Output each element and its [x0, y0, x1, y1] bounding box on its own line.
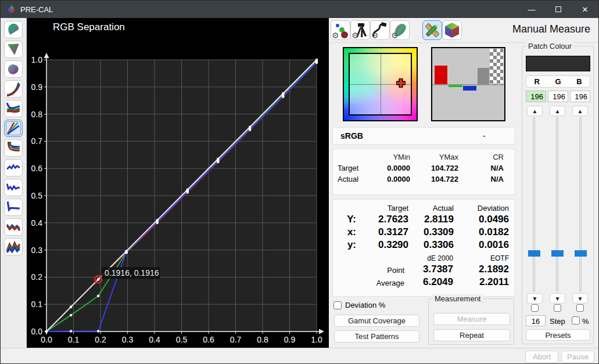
col-eotf: EOTF: [453, 254, 509, 262]
col-ymin: YMin: [370, 153, 410, 161]
meter-tripod-settings-button[interactable]: ⚙: [350, 20, 370, 40]
svg-text:0.7: 0.7: [230, 335, 242, 344]
sidebar-item-rgb-separation[interactable]: [4, 120, 23, 137]
channel-g-label: G: [547, 76, 568, 87]
g-value-field[interactable]: 196: [548, 91, 568, 102]
step-size-field[interactable]: 16: [526, 315, 546, 326]
measure-button[interactable]: Measure: [433, 313, 510, 325]
statusbar: Abort Pause: [1, 348, 598, 364]
svg-text:0.3: 0.3: [122, 335, 134, 344]
row-target-label: Target: [338, 164, 370, 172]
sidebar-item-rgb-levels[interactable]: [4, 139, 23, 157]
g-slider-handle[interactable]: [551, 250, 564, 257]
g-slider[interactable]: [556, 117, 558, 291]
percent-checkbox[interactable]: [572, 316, 580, 325]
repeat-button[interactable]: Repeat: [433, 329, 510, 341]
sidebar-item-gamut-triangle[interactable]: [4, 41, 23, 58]
sidebar-item-contrast-trend[interactable]: [4, 199, 23, 216]
sidebar-item-cie-chromaticity[interactable]: [4, 21, 23, 38]
color-cube-icon: [443, 21, 461, 39]
b-slider[interactable]: [579, 117, 582, 291]
pause-button[interactable]: Pause: [561, 351, 594, 363]
sidebar-item-de2000-trend[interactable]: [4, 159, 23, 176]
maximize-button[interactable]: [545, 1, 572, 18]
sidebar-item-luminance-trend[interactable]: [4, 179, 23, 196]
b-decrement-button[interactable]: ▼: [572, 293, 588, 304]
col-deviation: Deviation: [454, 204, 509, 212]
svg-text:0.6: 0.6: [31, 164, 43, 173]
r-slider-handle[interactable]: [528, 250, 540, 257]
row-average-label: Average: [338, 276, 404, 288]
b-increment-button[interactable]: ▲: [572, 106, 588, 116]
svg-text:0.5: 0.5: [31, 191, 43, 200]
row-point-label: Point: [338, 264, 404, 275]
color-picker[interactable]: [343, 47, 418, 121]
channel-r-label: R: [526, 76, 547, 87]
picker-cursor-icon[interactable]: [395, 77, 407, 89]
svg-text:1.0: 1.0: [311, 335, 322, 344]
ruler-pencil-icon: [423, 21, 442, 39]
measurement-group: Measurement Measure Repeat: [428, 298, 514, 345]
deviation-percent-checkbox[interactable]: [333, 301, 342, 309]
svg-text:0.0: 0.0: [31, 327, 43, 336]
presets-button[interactable]: Presets: [526, 329, 590, 341]
red-error-bar: [435, 66, 447, 84]
r-decrement-button[interactable]: ▼: [527, 293, 543, 304]
picker-crosshair-v: [381, 54, 381, 114]
sidebar-item-rgb-balance[interactable]: [4, 100, 23, 117]
abort-button[interactable]: Abort: [525, 351, 558, 363]
g-increment-button[interactable]: ▲: [550, 106, 565, 116]
gamut-coverage-button[interactable]: Gamut Coverage: [334, 315, 419, 327]
signal-cable-settings-button[interactable]: ⚙: [370, 20, 390, 40]
x-target: 0.3127: [356, 226, 408, 238]
manual-measure-mode-button[interactable]: [422, 20, 442, 40]
gear-icon: ⚙: [351, 31, 359, 40]
r-value-field[interactable]: 196: [526, 91, 546, 102]
manual-measure-panel: ⚙ ⚙ ⚙ ⚙: [329, 18, 599, 348]
gear-icon: ⚙: [371, 31, 379, 40]
row-x-label: x:: [338, 226, 356, 238]
svg-text:0.8: 0.8: [31, 110, 43, 119]
patch-colour-swatch: [526, 56, 590, 71]
row-Y-label: Y:: [338, 214, 356, 225]
rgb-error-bars: [431, 47, 505, 121]
minimize-button[interactable]: —: [518, 1, 545, 18]
col-ymax: YMax: [410, 153, 458, 161]
svg-text:0.9: 0.9: [31, 82, 43, 92]
sidebar-item-rgb-history[interactable]: [4, 238, 23, 255]
r-lock-checkbox[interactable]: [531, 304, 539, 312]
sidebar-item-gamma-curves[interactable]: [4, 80, 23, 98]
probe-settings-button[interactable]: ⚙: [331, 20, 350, 40]
col-de2000: dE 2000: [404, 254, 453, 262]
test-patterns-button[interactable]: Test Patterns: [334, 330, 419, 343]
b-value-field[interactable]: 196: [570, 91, 590, 102]
close-button[interactable]: ✕: [572, 1, 598, 18]
Y-deviation: 0.0496: [454, 214, 509, 225]
chart-canvas[interactable]: RGB Separation0.00.10.20.30.40.50.60.70.…: [27, 18, 329, 348]
b-slider-handle[interactable]: [575, 250, 587, 257]
y-actual: 0.3306: [408, 239, 454, 251]
color-cube-button[interactable]: [442, 20, 462, 40]
Y-actual: 2.8119: [408, 214, 454, 225]
sidebar-item-rgb-trend[interactable]: [4, 218, 23, 236]
r-slider[interactable]: [533, 117, 535, 291]
target-ymax: 104.722: [410, 164, 458, 172]
gamut-settings-button[interactable]: ⚙: [390, 20, 410, 40]
measurement-values-table: Target Actual Deviation Y: 2.7623 2.8119…: [332, 199, 515, 297]
deviation-percent-label: Deviation %: [345, 301, 385, 309]
sidebar-item-gamut-3d[interactable]: [4, 60, 23, 78]
g-lock-checkbox[interactable]: [554, 304, 561, 312]
rgb-channel-header[interactable]: R G B: [526, 75, 590, 88]
svg-text:0.1: 0.1: [31, 300, 43, 309]
app-logo-icon: [6, 5, 16, 14]
b-lock-checkbox[interactable]: [576, 304, 584, 312]
r-increment-button[interactable]: ▲: [527, 106, 543, 116]
g-decrement-button[interactable]: ▼: [550, 293, 565, 304]
patch-colour-label: Patch Colour: [526, 42, 574, 51]
target-ymin: 0.0000: [370, 164, 410, 172]
titlebar: PRE-CAL — ✕: [1, 1, 598, 18]
svg-text:0.1: 0.1: [68, 335, 80, 344]
color-picker-field[interactable]: [349, 53, 412, 116]
colorspace-bar[interactable]: sRGB -: [332, 127, 515, 145]
colorspace-value: -: [483, 131, 486, 140]
